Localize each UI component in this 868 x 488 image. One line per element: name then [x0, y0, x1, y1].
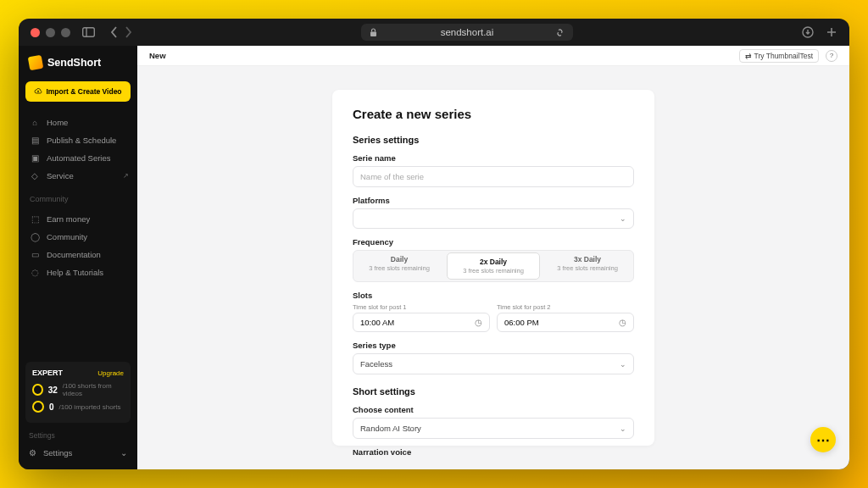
brand-name: SendShort — [47, 57, 101, 69]
download-icon[interactable] — [802, 26, 814, 38]
chat-icon: ⋯ — [816, 432, 830, 448]
close-window[interactable] — [31, 28, 40, 37]
new-tab-icon[interactable] — [826, 26, 837, 38]
back-button[interactable] — [110, 26, 118, 38]
progress-ring-icon — [32, 384, 43, 396]
series-type-select[interactable]: Faceless⌄ — [353, 353, 634, 374]
sidebar-item-settings[interactable]: ⚙Settings ⌄ — [25, 443, 131, 463]
sidebar-item-help[interactable]: ◌Help & Tutorials — [19, 263, 137, 281]
frequency-option-3x[interactable]: 3x Daily 3 free slots remaining — [542, 251, 633, 281]
settings-section-label: Settings — [25, 428, 131, 443]
series-icon: ▣ — [30, 153, 40, 163]
brand[interactable]: SendShort — [19, 46, 137, 78]
svg-rect-0 — [83, 28, 95, 37]
gear-icon: ⚙ — [29, 448, 36, 458]
slot2-time-input[interactable]: 06:00 PM ◷ — [497, 313, 634, 332]
sidebar-item-publish[interactable]: ▤Publish & Schedule — [19, 131, 137, 149]
series-type-label: Series type — [353, 341, 634, 350]
svg-rect-2 — [370, 31, 376, 36]
series-settings-heading: Series settings — [353, 135, 634, 145]
sidebar: SendShort Import & Create Video ⌂Home ▤P… — [19, 46, 137, 469]
calendar-icon: ▤ — [30, 136, 40, 145]
frequency-group: Daily 3 free slots remaining 2x Daily 3 … — [353, 250, 634, 282]
frequency-label: Frequency — [353, 237, 634, 247]
create-series-card: Create a new series Series settings Seri… — [332, 90, 654, 446]
url-text: sendshort.ai — [441, 27, 494, 37]
slot1-label: Time slot for post 1 — [353, 303, 490, 311]
maximize-window[interactable] — [61, 28, 70, 37]
plan-title: EXPERT — [32, 369, 63, 377]
cloud-upload-icon — [34, 88, 42, 95]
sidebar-item-home[interactable]: ⌂Home — [19, 114, 137, 131]
lock-icon — [370, 28, 377, 37]
chevron-down-icon: ⌄ — [620, 424, 626, 433]
stat-shorts-from-videos: 32 /100 shorts from videos — [32, 382, 124, 397]
frequency-option-daily[interactable]: Daily 3 free slots remaining — [353, 251, 445, 281]
sidebar-item-community[interactable]: ◯Community — [19, 228, 137, 246]
brand-logo — [28, 55, 44, 71]
service-icon: ◇ — [30, 171, 40, 180]
forward-button[interactable] — [125, 26, 132, 38]
platforms-label: Platforms — [353, 196, 634, 205]
try-thumbnailtest-button[interactable]: ⇄ Try ThumbnailTest — [739, 49, 819, 63]
stat-imported-shorts: 0 /100 imported shorts — [32, 401, 124, 413]
plan-box: EXPERT Upgrade 32 /100 shorts from video… — [25, 362, 131, 423]
import-create-button[interactable]: Import & Create Video — [25, 81, 131, 102]
url-bar[interactable]: sendshort.ai — [361, 24, 573, 41]
sparkle-icon: ⇄ — [745, 52, 752, 60]
home-icon: ⌂ — [30, 118, 40, 127]
chevron-down-icon: ⌄ — [620, 360, 626, 369]
sidebar-item-docs[interactable]: ▭Documentation — [19, 246, 137, 263]
clock-icon: ◷ — [619, 318, 626, 327]
bulb-icon: ◌ — [30, 268, 40, 277]
browser-titlebar: sendshort.ai — [19, 19, 849, 46]
frequency-option-2x[interactable]: 2x Daily 3 free slots remaining — [447, 252, 540, 280]
window-controls[interactable] — [31, 28, 70, 37]
serie-name-input[interactable] — [353, 166, 634, 187]
chevron-down-icon: ⌄ — [120, 448, 127, 458]
serie-name-label: Serie name — [353, 153, 634, 163]
sidebar-toggle-icon[interactable] — [82, 27, 95, 37]
money-icon: ⬚ — [30, 214, 40, 224]
slot2-label: Time slot for post 2 — [497, 303, 634, 311]
breadcrumb: New — [149, 51, 166, 60]
choose-content-label: Choose content — [353, 405, 634, 414]
sidebar-item-service[interactable]: ◇Service↗ — [19, 167, 137, 185]
minimize-window[interactable] — [46, 28, 55, 37]
sidebar-item-automated-series[interactable]: ▣Automated Series — [19, 149, 137, 167]
help-button[interactable]: ? — [826, 50, 837, 62]
chevron-down-icon: ⌄ — [620, 214, 626, 223]
upgrade-link[interactable]: Upgrade — [97, 369, 124, 377]
page-title: Create a new series — [353, 107, 634, 121]
docs-icon: ▭ — [30, 250, 40, 259]
platforms-select[interactable]: ⌄ — [353, 208, 634, 229]
slots-label: Slots — [353, 291, 634, 300]
progress-ring-icon — [32, 401, 44, 413]
clock-icon: ◷ — [475, 318, 482, 327]
narration-voice-label: Narration voice — [353, 447, 634, 457]
sidebar-item-earn[interactable]: ⬚Earn money — [19, 210, 137, 228]
external-link-icon: ↗ — [123, 172, 129, 180]
community-icon: ◯ — [30, 232, 40, 241]
choose-content-select[interactable]: Random AI Story⌄ — [353, 418, 634, 439]
slot1-time-input[interactable]: 10:00 AM ◷ — [353, 313, 490, 332]
content-topbar: New ⇄ Try ThumbnailTest ? — [137, 46, 849, 66]
community-section-label: Community — [19, 188, 137, 207]
link-icon[interactable] — [555, 28, 565, 37]
short-settings-heading: Short settings — [353, 386, 634, 396]
chat-fab[interactable]: ⋯ — [810, 427, 836, 452]
